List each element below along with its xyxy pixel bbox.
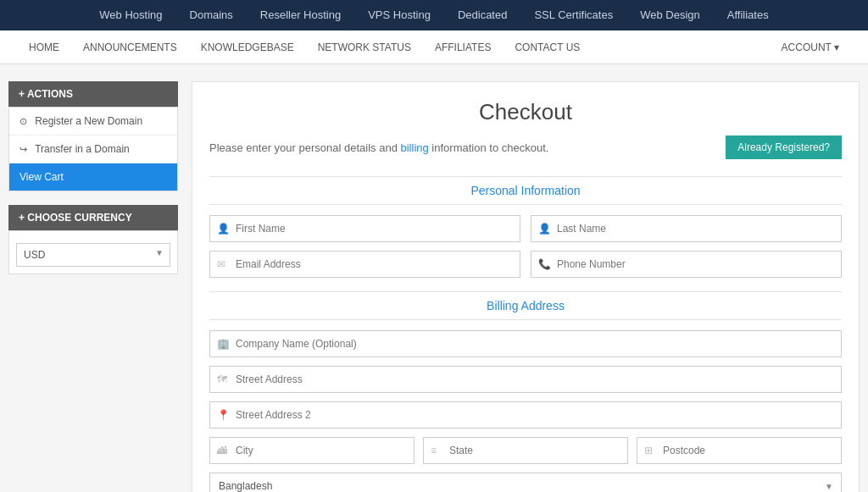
last-name-input[interactable] [531,215,842,242]
already-registered-button[interactable]: Already Registered? [726,135,842,159]
sec-nav-knowledgebase[interactable]: KNOWLEDGEBASE [189,30,306,64]
city-input[interactable] [209,437,415,464]
sec-nav-account: ACCOUNT ▾ [770,30,851,64]
account-menu[interactable]: ACCOUNT ▾ [770,30,851,64]
country-select[interactable]: Bangladesh United States United Kingdom … [209,473,842,492]
street2-field: 📍 [209,401,842,428]
view-cart-link[interactable]: View Cart [9,163,177,191]
street-field: 🗺 [209,366,842,393]
first-name-field: 👤 [209,215,520,242]
globe-icon: ⊙ [19,116,27,126]
register-domain-link[interactable]: ⊙ Register a New Domain [9,108,177,135]
email-field: ✉ [209,251,520,278]
state-input[interactable] [423,437,628,464]
main-wrapper: + ACTIONS ⊙ Register a New Domain ↪ Tran… [0,64,868,492]
state-field: ≡ [423,437,628,464]
first-name-input[interactable] [209,215,520,242]
street2-input[interactable] [209,401,842,428]
checkout-subtitle: Please enter your personal details and b… [209,135,842,159]
nav-domains[interactable]: Domains [176,0,247,30]
company-input[interactable] [209,330,842,357]
phone-input[interactable] [531,251,842,278]
sec-nav-announcements[interactable]: ANNOUNCEMENTS [71,30,189,64]
nav-vps-hosting[interactable]: VPS Hosting [354,0,444,30]
phone-field: 📞 [531,251,842,278]
actions-menu: ⊙ Register a New Domain ↪ Transfer in a … [8,107,178,191]
email-input[interactable] [209,251,520,278]
sec-nav-links: HOME ANNOUNCEMENTS KNOWLEDGEBASE NETWORK… [17,30,592,64]
billing-link: billing [400,141,428,154]
sidebar: + ACTIONS ⊙ Register a New Domain ↪ Tran… [8,81,178,492]
checkout-title: Checkout [209,99,842,125]
top-navigation: Web Hosting Domains Reseller Hosting VPS… [0,0,868,30]
actions-header: + ACTIONS [8,81,178,107]
secondary-navigation: HOME ANNOUNCEMENTS KNOWLEDGEBASE NETWORK… [0,30,868,64]
nav-web-hosting[interactable]: Web Hosting [86,0,175,30]
name-row: 👤 👤 [209,215,842,242]
currency-wrapper: USD EUR GBP [8,230,178,274]
sec-nav-home[interactable]: HOME [17,30,71,64]
main-content: Checkout Please enter your personal deta… [192,81,860,492]
postcode-field: ⊞ [637,437,842,464]
sec-nav-affiliates[interactable]: AFFILIATES [423,30,503,64]
billing-section-title: Billing Address [209,291,842,320]
nav-dedicated[interactable]: Dedicated [444,0,521,30]
contact-row: ✉ 📞 [209,251,842,278]
sec-nav-contact-us[interactable]: CONTACT US [503,30,592,64]
map-icon: 🗺 [217,373,227,385]
transfer-icon: ↪ [19,144,27,154]
last-name-field: 👤 [531,215,842,242]
company-field: 🏢 [209,330,842,357]
sec-nav-network-status[interactable]: NETWORK STATUS [306,30,423,64]
pin-icon: 📍 [217,409,230,421]
nav-affiliates[interactable]: Affiliates [714,0,782,30]
phone-icon: 📞 [538,258,551,270]
building-icon: 🏢 [217,338,230,350]
city-state-postcode-row: 🏙 ≡ ⊞ [209,437,842,464]
nav-web-design[interactable]: Web Design [626,0,714,30]
postcode-input[interactable] [637,437,842,464]
transfer-domain-link[interactable]: ↪ Transfer in a Domain [9,135,177,163]
country-wrapper: Bangladesh United States United Kingdom … [209,473,842,492]
postcode-icon: ⊞ [644,445,653,456]
user-icon-2: 👤 [538,223,551,235]
currency-select-wrapper: USD EUR GBP [16,238,170,267]
subtitle-text: Please enter your personal details and b… [209,141,548,154]
nav-reseller-hosting[interactable]: Reseller Hosting [247,0,354,30]
personal-info-section-title: Personal Information [209,176,842,205]
state-icon: ≡ [431,445,437,456]
street-input[interactable] [209,366,842,393]
email-icon: ✉ [217,258,225,270]
currency-select[interactable]: USD EUR GBP [16,243,170,267]
city-field: 🏙 [209,437,415,464]
checkout-card: Checkout Please enter your personal deta… [192,81,860,492]
currency-header: + CHOOSE CURRENCY [8,205,178,230]
user-icon: 👤 [217,223,230,235]
city-icon: 🏙 [217,445,227,456]
nav-ssl-certificates[interactable]: SSL Certificates [520,0,626,30]
